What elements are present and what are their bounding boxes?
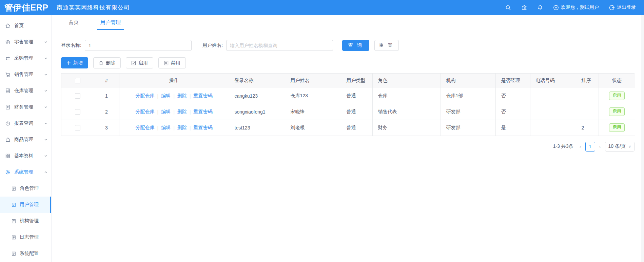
- cell-index: 2: [94, 104, 119, 120]
- edit-link[interactable]: 编辑: [161, 125, 171, 131]
- row-checkbox[interactable]: [75, 125, 80, 130]
- login-name-label: 登录名称:: [61, 42, 81, 48]
- page-size-select[interactable]: 10 条/页 ∨: [605, 142, 635, 152]
- table-row: 1 分配仓库|编辑|删除|重置密码 cangku123 仓库123 普通 仓库 …: [61, 88, 635, 104]
- bell-icon[interactable]: [538, 5, 543, 11]
- sidebar-item-system[interactable]: 系统管理: [0, 164, 51, 180]
- bank-icon[interactable]: [521, 5, 527, 11]
- reset-password-link[interactable]: 重置密码: [193, 125, 212, 131]
- sidebar-item-home[interactable]: 首页: [0, 18, 51, 34]
- tab-bar: 首页 用户管理: [52, 15, 644, 30]
- sidebar-subitem-orgs[interactable]: 机构管理: [0, 213, 51, 229]
- sidebar-item-basedata[interactable]: 基本资料: [0, 148, 51, 164]
- sidebar-subitem-roles[interactable]: 角色管理: [0, 180, 51, 197]
- cell-phone: [530, 88, 576, 104]
- user-name-input[interactable]: [226, 40, 333, 51]
- sidebar-subitem-label: 日志管理: [20, 234, 39, 240]
- sidebar-item-reports[interactable]: 报表查询: [0, 115, 51, 132]
- col-status: 状态: [599, 74, 635, 88]
- enable-button-label: 启用: [138, 60, 148, 66]
- enable-button[interactable]: 启用: [126, 57, 153, 68]
- cell-name: 宋晓锋: [285, 104, 341, 120]
- col-role: 角色: [372, 74, 441, 88]
- finance-icon: [5, 104, 11, 110]
- next-page-button[interactable]: ›: [598, 144, 602, 149]
- prev-page-button[interactable]: ‹: [579, 144, 582, 149]
- reset-button[interactable]: 重 置: [374, 40, 399, 51]
- row-actions: 分配仓库|编辑|删除|重置密码: [125, 93, 223, 99]
- pagination: 1-3 共3条 ‹ 1 › 10 条/页 ∨: [61, 142, 635, 152]
- delete-link[interactable]: 删除: [177, 125, 187, 131]
- company-name: 南通某某网络科技有限公司: [52, 4, 130, 12]
- scrollbar[interactable]: [641, 15, 644, 262]
- cell-sort: 2: [576, 120, 599, 136]
- cell-phone: [530, 104, 576, 120]
- search-icon[interactable]: [505, 5, 511, 11]
- welcome-user[interactable]: 欢迎您，测试用户: [553, 4, 599, 11]
- assign-warehouse-link[interactable]: 分配仓库: [136, 109, 155, 115]
- disable-button[interactable]: 禁用: [158, 57, 186, 68]
- sidebar-item-label: 财务管理: [14, 104, 33, 110]
- delete-button[interactable]: 删除: [93, 57, 121, 68]
- cell-role: 销售代表: [372, 104, 441, 120]
- cell-role: 仓库: [372, 88, 441, 104]
- add-button-label: 新增: [73, 60, 83, 66]
- reset-password-link[interactable]: 重置密码: [193, 93, 212, 99]
- sidebar-item-sales[interactable]: 销售管理: [0, 66, 51, 83]
- logout-text: 退出登录: [617, 4, 636, 11]
- delete-link[interactable]: 删除: [177, 93, 187, 99]
- cell-name: 仓库123: [285, 88, 341, 104]
- logout-button[interactable]: 退出登录: [609, 4, 636, 11]
- sidebar-subitem-logs[interactable]: 日志管理: [0, 229, 51, 245]
- table-toolbar: 新增 删除 启用 禁用: [61, 57, 635, 68]
- col-actions: 操作: [119, 74, 229, 88]
- assign-warehouse-link[interactable]: 分配仓库: [136, 125, 155, 131]
- edit-link[interactable]: 编辑: [161, 93, 171, 99]
- add-button[interactable]: 新增: [61, 57, 88, 68]
- chevron-down-icon: [44, 138, 48, 142]
- chevron-down-icon: ∨: [628, 144, 631, 149]
- edit-link[interactable]: 编辑: [161, 109, 171, 115]
- delete-link[interactable]: 删除: [177, 109, 187, 115]
- document-icon: [11, 202, 16, 207]
- sidebar-item-warehouse[interactable]: 仓库管理: [0, 83, 51, 99]
- main-area: 首页 用户管理 登录名称: 用户姓名: 查 询 重 置 新增: [52, 15, 644, 262]
- status-badge: 启用: [609, 92, 625, 100]
- sidebar-item-purchase[interactable]: 采购管理: [0, 50, 51, 66]
- reset-password-link[interactable]: 重置密码: [193, 109, 212, 115]
- table-header-row: # 操作 登录名称 用户姓名 用户类型 角色 机构 是否经理 电话号码 排序 状…: [61, 74, 635, 88]
- welcome-text: 欢迎您，测试用户: [561, 4, 599, 11]
- sidebar-subitem-users[interactable]: 用户管理: [0, 197, 51, 213]
- row-checkbox[interactable]: [75, 93, 80, 99]
- sidebar-item-label: 零售管理: [14, 39, 33, 45]
- cell-sort: [576, 88, 599, 104]
- col-manager: 是否经理: [495, 74, 530, 88]
- select-all-checkbox[interactable]: [75, 78, 80, 83]
- warehouse-icon: [5, 88, 11, 94]
- pagination-total: 1-3 共3条: [553, 143, 573, 149]
- cell-type: 普通: [341, 120, 372, 136]
- cell-login: songxiaofeng1: [229, 104, 285, 120]
- cell-name: 刘老根: [285, 120, 341, 136]
- document-icon: [11, 235, 16, 240]
- query-button[interactable]: 查 询: [342, 40, 369, 51]
- assign-warehouse-link[interactable]: 分配仓库: [136, 93, 155, 99]
- gift-icon: [5, 39, 11, 45]
- row-checkbox[interactable]: [75, 109, 80, 115]
- tab-home[interactable]: 首页: [63, 15, 84, 30]
- sidebar-subitem-label: 用户管理: [20, 202, 39, 208]
- cell-login: cangku123: [229, 88, 285, 104]
- chevron-down-icon: [44, 154, 48, 158]
- sidebar-item-goods[interactable]: 商品管理: [0, 132, 51, 148]
- tab-user-management[interactable]: 用户管理: [95, 15, 126, 30]
- app-logo: 管伊佳ERP: [0, 2, 52, 13]
- sidebar-item-retail[interactable]: 零售管理: [0, 34, 51, 50]
- login-name-input[interactable]: [85, 40, 192, 51]
- page-number-button[interactable]: 1: [585, 142, 595, 152]
- logout-icon: [609, 5, 615, 11]
- chevron-down-icon: [44, 121, 48, 125]
- sidebar-item-finance[interactable]: 财务管理: [0, 99, 51, 115]
- sidebar-subitem-config[interactable]: 系统配置: [0, 245, 51, 262]
- page-size-value: 10 条/页: [608, 143, 626, 149]
- swap-icon: [5, 56, 11, 61]
